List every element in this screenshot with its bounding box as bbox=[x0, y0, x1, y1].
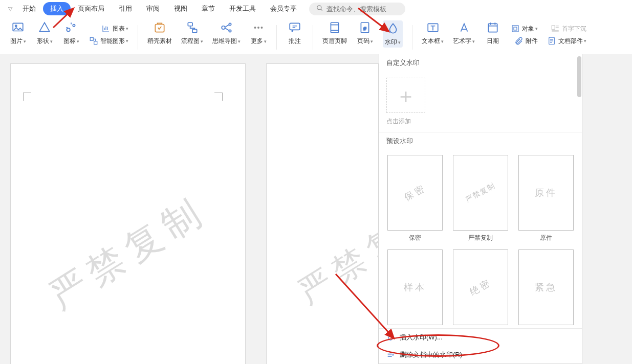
command-search[interactable] bbox=[309, 3, 405, 15]
chart-button[interactable]: 图表▾ bbox=[89, 24, 128, 33]
search-icon bbox=[316, 5, 323, 13]
smartart-icon bbox=[89, 36, 98, 46]
comment-button[interactable]: 批注 bbox=[286, 20, 303, 46]
plus-icon: ＋ bbox=[396, 85, 416, 106]
attachment-icon bbox=[514, 36, 524, 46]
textbox-button[interactable]: 文本框▾ bbox=[422, 20, 444, 46]
svg-text:#: # bbox=[363, 26, 366, 31]
smartart-button[interactable]: 智能图形▾ bbox=[89, 36, 128, 46]
quick-access-dropdown[interactable]: ▽ bbox=[5, 5, 15, 13]
headerfooter-icon bbox=[328, 20, 342, 35]
document-page-1[interactable]: 严禁复制 bbox=[10, 63, 246, 364]
svg-line-1 bbox=[321, 9, 322, 10]
headerfooter-button[interactable]: 页眉页脚 bbox=[322, 20, 347, 46]
preset-item-confidential[interactable]: 保密 保密 bbox=[386, 155, 444, 242]
svg-rect-7 bbox=[94, 41, 97, 44]
preset-item-topsecret[interactable]: 绝密 bbox=[452, 249, 509, 325]
mindmap-icon bbox=[220, 20, 234, 35]
command-search-input[interactable] bbox=[326, 5, 398, 13]
tab-review[interactable]: 审阅 bbox=[139, 2, 167, 15]
watermark-icon bbox=[386, 21, 400, 36]
dropcap-icon bbox=[551, 24, 560, 33]
tab-devtools[interactable]: 开发工具 bbox=[222, 2, 263, 15]
object-icon bbox=[511, 24, 520, 33]
svg-point-16 bbox=[261, 27, 263, 29]
insert-watermark-menuitem[interactable]: 插入水印(W)... bbox=[379, 329, 582, 346]
docer-icon bbox=[152, 20, 167, 35]
margin-corner bbox=[214, 93, 223, 101]
svg-point-13 bbox=[229, 30, 231, 32]
date-button[interactable]: 日期 bbox=[484, 20, 502, 46]
separator bbox=[138, 25, 138, 50]
tab-member[interactable]: 会员专享 bbox=[263, 2, 304, 15]
remove-icon bbox=[386, 351, 395, 359]
preset-item-original[interactable]: 原件 原件 bbox=[517, 155, 575, 242]
shape-button[interactable]: 形状▾ bbox=[36, 20, 53, 46]
docer-button[interactable]: 稻壳素材 bbox=[147, 20, 172, 46]
remove-watermark-menuitem[interactable]: 删除文档中的水印(R) bbox=[379, 346, 582, 363]
pagenum-button[interactable]: # 页码▾ bbox=[356, 20, 374, 46]
svg-rect-17 bbox=[290, 23, 300, 30]
comment-icon bbox=[288, 20, 302, 35]
tab-reference[interactable]: 引用 bbox=[112, 2, 139, 15]
docparts-icon bbox=[547, 36, 556, 46]
svg-point-4 bbox=[67, 28, 70, 32]
sparkle-icon bbox=[64, 20, 78, 35]
custom-watermark-title: 自定义水印 bbox=[379, 54, 582, 72]
picture-button[interactable]: 图片▾ bbox=[9, 20, 27, 46]
chart-icon bbox=[101, 24, 111, 33]
pagenum-icon: # bbox=[358, 20, 372, 35]
date-icon bbox=[486, 20, 500, 35]
picture-icon bbox=[11, 20, 25, 35]
add-watermark-caption: 点击添加 bbox=[386, 117, 575, 126]
more-icon bbox=[251, 20, 266, 35]
svg-point-14 bbox=[254, 27, 256, 29]
separator bbox=[276, 25, 277, 50]
icon-button[interactable]: 图标▾ bbox=[62, 20, 80, 46]
page-watermark: 严禁复制 bbox=[40, 186, 216, 321]
object-button[interactable]: 对象▾ bbox=[511, 24, 538, 33]
svg-rect-29 bbox=[514, 27, 517, 30]
drop-icon bbox=[386, 333, 395, 342]
preset-item-sample[interactable]: 样本 bbox=[386, 249, 444, 325]
tab-insert[interactable]: 插入 bbox=[43, 2, 71, 15]
add-watermark-tile[interactable]: ＋ bbox=[386, 78, 425, 113]
flowchart-icon bbox=[185, 20, 200, 35]
preset-item-nocopy[interactable]: 严禁复制 严禁复制 bbox=[452, 155, 509, 242]
svg-rect-30 bbox=[552, 26, 555, 30]
preset-item-urgent[interactable]: 紧急 bbox=[517, 249, 575, 325]
svg-rect-6 bbox=[90, 37, 93, 40]
svg-point-11 bbox=[222, 26, 225, 30]
svg-rect-28 bbox=[512, 26, 518, 32]
svg-point-12 bbox=[229, 23, 231, 25]
scrollbar[interactable] bbox=[577, 56, 581, 97]
more-button[interactable]: 更多▾ bbox=[250, 20, 267, 46]
flowchart-button[interactable]: 流程图▾ bbox=[181, 20, 203, 46]
svg-point-15 bbox=[257, 27, 259, 29]
svg-point-5 bbox=[73, 25, 75, 27]
wordart-button[interactable]: 艺术字▾ bbox=[453, 20, 475, 46]
mindmap-button[interactable]: 思维导图▾ bbox=[212, 20, 241, 46]
tab-chapter[interactable]: 章节 bbox=[194, 2, 222, 15]
dropcap-button[interactable]: 首字下沉 bbox=[547, 24, 586, 33]
svg-rect-18 bbox=[331, 22, 338, 33]
docparts-button[interactable]: 文档部件▾ bbox=[547, 36, 586, 46]
svg-rect-10 bbox=[192, 29, 197, 33]
svg-rect-9 bbox=[188, 22, 192, 26]
margin-corner bbox=[23, 93, 31, 101]
shape-icon bbox=[37, 20, 52, 35]
tab-start[interactable]: 开始 bbox=[15, 2, 43, 15]
watermark-button[interactable]: 水印▾ bbox=[383, 20, 403, 48]
tab-pagelayout[interactable]: 页面布局 bbox=[71, 2, 112, 15]
svg-point-3 bbox=[15, 25, 17, 27]
watermark-dropdown-panel: 自定义水印 ＋ 点击添加 预设水印 保密 保密 严禁复制 严禁复制 原件 原件 … bbox=[379, 54, 582, 364]
svg-rect-24 bbox=[488, 24, 497, 32]
attachment-button[interactable]: 附件 bbox=[511, 36, 538, 46]
wordart-icon bbox=[457, 20, 471, 35]
document-page-2[interactable]: 严禁复制 bbox=[266, 63, 379, 364]
separator bbox=[313, 25, 313, 50]
svg-point-0 bbox=[317, 5, 321, 9]
preset-watermark-title: 预设水印 bbox=[379, 132, 582, 150]
tab-view[interactable]: 视图 bbox=[167, 2, 194, 15]
separator bbox=[412, 25, 412, 50]
